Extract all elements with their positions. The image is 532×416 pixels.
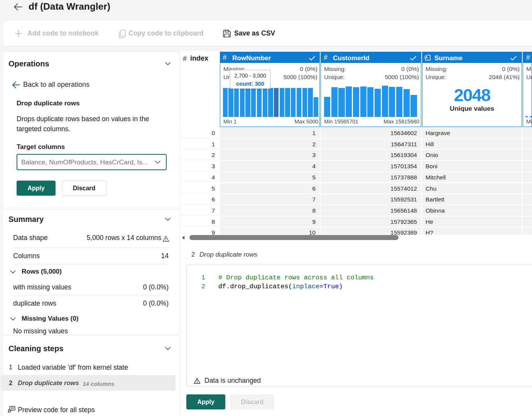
- svg-text:A: A: [424, 54, 428, 59]
